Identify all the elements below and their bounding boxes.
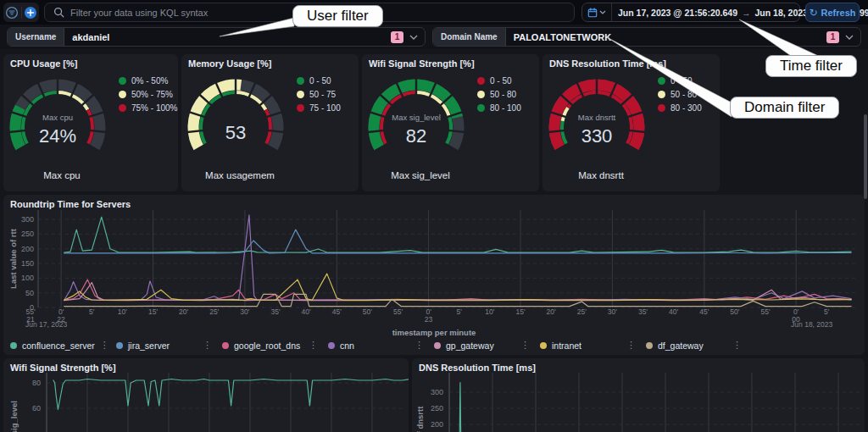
- svg-text:200: 200: [431, 420, 443, 429]
- legend-item-jira_server[interactable]: jira_server⋮: [116, 340, 222, 351]
- gauge-legend-item: 80 - 100: [477, 103, 521, 113]
- legend-color-dot: [297, 77, 304, 85]
- svg-text:55': 55': [393, 307, 403, 316]
- refresh-icon: ↻: [809, 7, 817, 19]
- chevron-down-icon: [599, 10, 606, 14]
- gauge-legend: 0 - 5050 - 7575 - 100: [297, 76, 341, 113]
- legend-color-dot: [646, 342, 653, 349]
- legend-color-dot: [297, 91, 304, 98]
- svg-text:30': 30': [240, 307, 249, 316]
- legend-actions-icon[interactable]: ⋮: [415, 340, 424, 351]
- svg-text:45': 45': [332, 307, 342, 316]
- gauge-legend-item: 80 - 300: [658, 103, 702, 113]
- kibana-dashboard: Filter your data using KQL syntax Jun 17…: [0, 0, 868, 432]
- legend-item-intranet[interactable]: intranet⋮: [540, 340, 646, 351]
- svg-text:150: 150: [21, 259, 34, 268]
- username-filter-value: akdaniel: [64, 32, 109, 42]
- legend-color-dot: [658, 104, 665, 112]
- legend-color-dot: [10, 342, 17, 349]
- legend-color-dot: [116, 342, 123, 349]
- username-filter-control[interactable]: Username akdaniel 1: [7, 27, 426, 47]
- legend-item-cnn[interactable]: cnn⋮: [328, 340, 434, 351]
- svg-text:330: 330: [581, 125, 613, 147]
- domain-selected-count-badge: 1: [826, 31, 839, 43]
- legend-color-dot: [434, 342, 441, 349]
- svg-text:10': 10': [118, 307, 127, 316]
- saved-filters-icon[interactable]: [5, 6, 19, 19]
- wifi-signal-gauge-panel: Wifi Signal Strength [%] Max sig_level82…: [362, 54, 539, 191]
- chevron-down-icon[interactable]: [409, 35, 418, 40]
- x-axis-label: timestamp per minute: [3, 328, 865, 337]
- add-filter-icon[interactable]: [24, 6, 37, 19]
- legend-color-dot: [222, 342, 229, 349]
- legend-item-df_gateway[interactable]: df_gateway⋮: [646, 340, 752, 351]
- legend-color-dot: [119, 77, 126, 85]
- calendar-dropdown[interactable]: [582, 3, 612, 21]
- gauge-legend-item: 50 - 80: [477, 90, 521, 99]
- svg-text:30': 30': [608, 307, 617, 316]
- svg-text:35': 35': [270, 307, 280, 316]
- legend-color-dot: [477, 77, 485, 85]
- svg-text:15': 15': [515, 307, 525, 316]
- gauge-legend-item: 0 - 50: [658, 76, 702, 86]
- legend-item-gp_gateway[interactable]: gp_gateway⋮: [434, 340, 540, 351]
- legend-actions-icon[interactable]: ⋮: [100, 340, 109, 351]
- gauge-bottom-label: Max cpu: [3, 170, 120, 180]
- gauge-bottom-label: Max dnsrtt: [542, 170, 659, 180]
- wifi-line-chart: 6080: [3, 373, 409, 432]
- cpu-usage-gauge-panel: CPU Usage [%] Max cpu24% 0% - 50%50% - 7…: [3, 54, 178, 191]
- svg-text:20': 20': [179, 307, 188, 316]
- svg-text:5': 5': [457, 307, 463, 316]
- search-placeholder: Filter your data using KQL syntax: [70, 8, 208, 18]
- gauge-legend: 0 - 5050 - 8080 - 100: [477, 76, 521, 113]
- date-range-picker[interactable]: Jun 17, 2023 @ 21:56:20.649 → Jun 18, 20…: [581, 3, 800, 22]
- dns-resolution-line-panel: DNS Resolution Time [ms] Last value of d…: [412, 358, 865, 432]
- search-icon: [53, 7, 64, 18]
- legend-actions-icon[interactable]: ⋮: [203, 340, 212, 351]
- dns-line-chart: 200250300: [412, 373, 865, 432]
- username-selected-count-badge: 1: [391, 31, 403, 43]
- roundtrip-line-chart: 05010015020025030055'0'5'10'15'20'25'30'…: [3, 208, 865, 329]
- svg-text:Max dnsrtt: Max dnsrtt: [578, 113, 616, 122]
- legend-item-google_root_dns[interactable]: google_root_dns⋮: [222, 340, 328, 351]
- gauge-legend-item: 0% - 50%: [119, 76, 177, 86]
- calendar-icon: [587, 8, 598, 18]
- divider: [21, 7, 22, 19]
- top-query-bar: Filter your data using KQL syntax Jun 17…: [0, 0, 868, 25]
- legend-actions-icon[interactable]: ⋮: [309, 340, 318, 351]
- date-from[interactable]: Jun 17, 2023 @ 21:56:20.649: [618, 8, 737, 18]
- legend-color-dot: [328, 342, 335, 349]
- refresh-button[interactable]: ↻ Refresh: [805, 3, 860, 22]
- svg-text:15': 15': [148, 307, 158, 316]
- filter-controls-row: Username akdaniel 1 Domain Name PALOALTO…: [0, 25, 868, 49]
- legend-actions-icon[interactable]: ⋮: [520, 340, 530, 351]
- legend-color-dot: [658, 77, 665, 85]
- scrollbar-thumb[interactable]: [864, 114, 867, 199]
- legend-color-dot: [540, 342, 547, 349]
- svg-text:300: 300: [431, 388, 443, 396]
- svg-text:200: 200: [21, 245, 34, 253]
- filter-buttons-group: [3, 3, 39, 22]
- legend-actions-icon[interactable]: ⋮: [626, 340, 636, 351]
- svg-text:25': 25': [209, 307, 219, 316]
- svg-text:45': 45': [699, 307, 709, 316]
- domain-filter-control[interactable]: Domain Name PALOALTONETWORK 1: [432, 27, 861, 47]
- svg-text:80: 80: [32, 379, 41, 387]
- legend-color-dot: [297, 104, 304, 112]
- panel-title: Wifi Signal Strength [%]: [10, 363, 116, 373]
- gauge-bottom-label: Max usagemem: [181, 170, 298, 180]
- legend-color-dot: [477, 104, 485, 112]
- svg-text:50': 50': [730, 307, 739, 316]
- chevron-down-icon[interactable]: [845, 35, 854, 40]
- username-filter-label: Username: [8, 28, 64, 46]
- svg-text:20': 20': [547, 307, 556, 316]
- legend-item-confluence_server[interactable]: confluence_server⋮: [10, 340, 116, 351]
- domain-filter-label: Domain Name: [433, 28, 506, 46]
- date-arrow: →: [742, 8, 751, 18]
- legend-color-dot: [658, 91, 665, 98]
- svg-text:Max sig_level: Max sig_level: [392, 113, 441, 122]
- gauge-legend: 0% - 50%50% - 75%75% - 100%: [119, 76, 177, 113]
- gauge-legend-item: 50 - 75: [297, 90, 341, 99]
- gauge-legend-item: 75% - 100%: [119, 103, 177, 113]
- legend-actions-icon[interactable]: ⋮: [732, 340, 742, 351]
